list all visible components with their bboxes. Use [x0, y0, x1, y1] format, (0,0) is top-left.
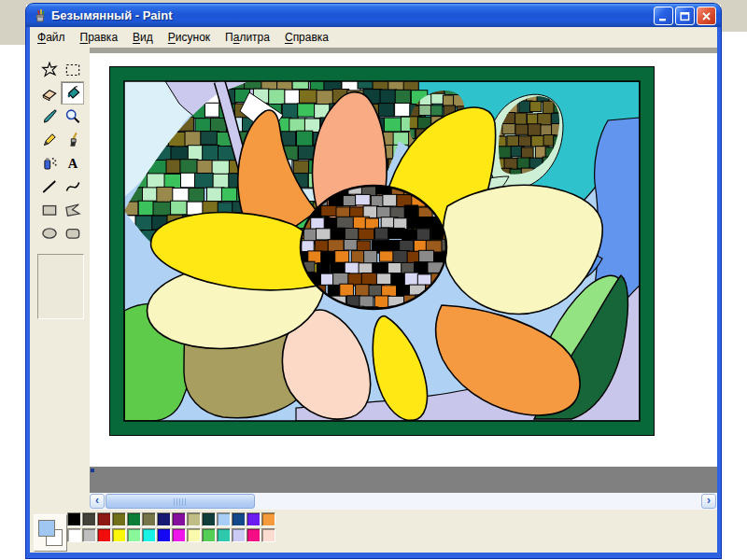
close-icon — [700, 10, 712, 22]
tool-fill-button[interactable] — [61, 81, 84, 105]
tool-options-box[interactable] — [37, 254, 84, 319]
text-icon: A — [63, 154, 82, 173]
palette-color-1-1[interactable] — [82, 528, 96, 542]
canvas-resize-handle[interactable] — [91, 469, 94, 472]
palette-color-0-13[interactable] — [261, 512, 275, 526]
color-palette-bar — [30, 510, 717, 553]
airbrush-icon — [40, 154, 59, 173]
menu-item-0[interactable]: Файл — [30, 29, 73, 46]
page-corner-left — [0, 0, 26, 45]
window-title: Безымянный - Paint — [51, 8, 172, 22]
page-corner-right — [721, 0, 747, 32]
palette-color-0-12[interactable] — [247, 512, 261, 526]
curve-icon — [63, 177, 82, 196]
minimize-button[interactable] — [654, 7, 673, 25]
scroll-right-button[interactable]: › — [701, 494, 716, 509]
foreground-color-swatch — [38, 520, 55, 537]
tool-polygon-button[interactable] — [61, 198, 84, 221]
free-form-select-icon — [40, 61, 59, 79]
rounded-rectangle-icon — [63, 224, 82, 243]
palette-color-1-13[interactable] — [261, 528, 275, 542]
scrollbar-grip — [174, 498, 188, 506]
palette-color-0-0[interactable] — [67, 512, 81, 526]
palette-color-0-7[interactable] — [172, 512, 186, 526]
eraser-icon — [40, 84, 59, 103]
select-icon — [63, 61, 82, 79]
menu-item-4[interactable]: Палитра — [218, 29, 277, 46]
tool-color-picker-button[interactable] — [37, 105, 61, 128]
canvas-image — [109, 66, 655, 436]
workspace: ‹ › — [90, 48, 717, 510]
palette-color-1-8[interactable] — [187, 528, 201, 542]
tool-brush-button[interactable] — [61, 128, 84, 151]
palette-color-1-9[interactable] — [202, 528, 216, 542]
tool-free-form-select-button[interactable] — [37, 58, 61, 81]
tool-rectangle-button[interactable] — [37, 198, 61, 221]
current-colors-indicator — [34, 514, 67, 552]
scroll-left-button[interactable]: ‹ — [90, 494, 105, 509]
tool-curve-button[interactable] — [61, 175, 84, 198]
brush-icon — [63, 131, 82, 149]
palette-color-0-8[interactable] — [187, 512, 201, 526]
palette-color-0-3[interactable] — [112, 512, 126, 526]
palette-color-1-10[interactable] — [217, 528, 231, 542]
close-button[interactable] — [697, 7, 716, 25]
palette-color-0-2[interactable] — [97, 512, 111, 526]
menu-item-2[interactable]: Вид — [125, 29, 161, 46]
color-picker-icon — [40, 107, 59, 126]
paint-app-icon — [33, 8, 48, 23]
ellipse-icon — [40, 224, 59, 243]
polygon-icon — [63, 201, 82, 219]
rectangle-icon — [40, 201, 59, 219]
palette-color-0-9[interactable] — [202, 512, 216, 526]
svg-text:A: A — [67, 156, 78, 171]
palette-color-1-2[interactable] — [97, 528, 111, 542]
minimize-icon — [657, 10, 669, 22]
menu-item-5[interactable]: Справка — [277, 29, 336, 46]
tool-select-button[interactable] — [61, 58, 84, 81]
maximize-icon — [679, 10, 691, 22]
palette-color-1-0[interactable] — [67, 528, 81, 542]
palette-color-1-3[interactable] — [112, 528, 126, 542]
tool-eraser-button[interactable] — [37, 81, 61, 105]
palette-color-0-5[interactable] — [142, 512, 156, 526]
magnifier-icon — [63, 107, 82, 126]
drawing-canvas[interactable] — [90, 53, 717, 467]
title-bar[interactable]: Безымянный - Paint — [26, 4, 721, 27]
palette-color-0-10[interactable] — [217, 512, 231, 526]
menu-bar: ФайлПравкаВидРисунокПалитраСправка — [30, 27, 717, 48]
desktop-background: Безымянный - Paint ФайлПравкаВидРисун — [0, 0, 747, 560]
tool-ellipse-button[interactable] — [37, 221, 61, 245]
paint-window: Безымянный - Paint ФайлПравкаВидРисун — [26, 4, 721, 558]
tool-line-button[interactable] — [37, 175, 61, 198]
palette-color-1-11[interactable] — [232, 528, 246, 542]
palette-color-1-6[interactable] — [157, 528, 171, 542]
fill-icon — [63, 84, 82, 103]
horizontal-scrollbar[interactable]: ‹ › — [90, 493, 717, 510]
palette-color-0-11[interactable] — [232, 512, 246, 526]
palette-color-0-6[interactable] — [157, 512, 171, 526]
pencil-icon — [40, 131, 59, 149]
maximize-button[interactable] — [675, 7, 695, 25]
menu-item-1[interactable]: Правка — [73, 29, 126, 46]
line-icon — [40, 177, 59, 196]
palette-color-0-1[interactable] — [82, 512, 96, 526]
palette-color-1-12[interactable] — [247, 528, 261, 542]
tool-rounded-rectangle-button[interactable] — [61, 221, 84, 245]
tool-pencil-button[interactable] — [37, 128, 61, 151]
palette-color-0-4[interactable] — [127, 512, 141, 526]
tool-grid: A — [37, 58, 84, 245]
tool-box: A — [30, 48, 90, 510]
menu-item-3[interactable]: Рисунок — [161, 29, 218, 46]
palette-color-1-4[interactable] — [127, 528, 141, 542]
palette-color-1-5[interactable] — [142, 528, 156, 542]
tool-text-button[interactable]: A — [61, 151, 84, 175]
palette-color-1-7[interactable] — [172, 528, 186, 542]
scrollbar-thumb[interactable] — [106, 494, 255, 509]
tool-magnifier-button[interactable] — [61, 105, 84, 128]
tool-airbrush-button[interactable] — [37, 151, 61, 175]
